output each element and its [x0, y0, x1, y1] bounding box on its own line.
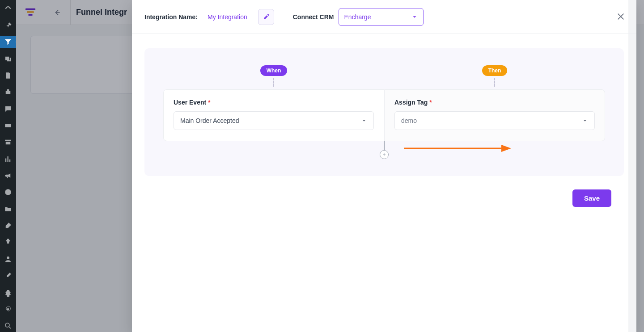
when-pill: When	[260, 65, 288, 76]
user-event-label: User Event *	[174, 99, 374, 106]
then-pill-holder: Then	[384, 65, 605, 87]
then-pill: Then	[482, 65, 508, 76]
menu-analytics-icon[interactable]	[0, 153, 16, 165]
flow-area: When Then User Event * Main Order Accept…	[132, 34, 636, 332]
when-pill-holder: When	[163, 65, 384, 87]
menu-robot-icon[interactable]	[0, 86, 16, 98]
integration-modal: Integration Name: My Integration Connect…	[132, 0, 636, 332]
menu-comments-icon[interactable]	[0, 103, 16, 115]
menu-plugins-icon[interactable]	[0, 236, 16, 248]
svg-point-2	[7, 308, 9, 311]
crm-select[interactable]: Encharge	[339, 8, 424, 26]
assign-tag-label-text: Assign Tag	[394, 99, 428, 106]
rule-connector	[163, 141, 605, 155]
menu-search-icon[interactable]	[0, 320, 16, 332]
menu-media-icon[interactable]	[0, 53, 16, 65]
rule-panels: User Event * Main Order Accepted Assign …	[163, 89, 605, 141]
menu-archive-icon[interactable]	[0, 136, 16, 148]
then-panel: Assign Tag * demo	[384, 89, 605, 141]
wp-admin-sidebar	[0, 0, 16, 332]
svg-rect-0	[5, 124, 11, 127]
chevron-down-icon	[582, 118, 588, 124]
add-rule-button[interactable]	[380, 150, 389, 159]
connect-crm-label: Connect CRM	[293, 13, 334, 21]
assign-tag-select[interactable]: demo	[394, 111, 595, 130]
integration-name-value: My Integration	[208, 13, 247, 21]
svg-point-1	[5, 189, 11, 196]
menu-cog-icon[interactable]	[0, 303, 16, 315]
assign-tag-value: demo	[401, 117, 417, 124]
when-connector-dash	[273, 78, 274, 87]
user-event-value: Main Order Accepted	[180, 117, 239, 124]
chevron-down-icon	[361, 118, 367, 124]
save-button[interactable]: Save	[572, 189, 611, 207]
flow-card: When Then User Event * Main Order Accept…	[144, 48, 624, 176]
pencil-icon	[263, 13, 270, 21]
menu-dashboard-icon[interactable]	[0, 3, 16, 15]
connector-line	[384, 141, 385, 151]
menu-funnel-icon[interactable]	[0, 36, 16, 48]
modal-header: Integration Name: My Integration Connect…	[132, 0, 636, 34]
integration-name-label: Integration Name:	[144, 13, 198, 21]
user-event-label-text: User Event	[174, 99, 206, 106]
menu-settings-icon[interactable]	[0, 286, 16, 298]
save-row: Save	[144, 176, 624, 207]
when-panel: User Event * Main Order Accepted	[163, 89, 384, 141]
menu-users-icon[interactable]	[0, 253, 16, 265]
assign-tag-label: Assign Tag *	[394, 99, 595, 106]
menu-pages-icon[interactable]	[0, 69, 16, 81]
edit-name-button[interactable]	[258, 9, 274, 25]
connect-crm-group: Connect CRM Encharge	[293, 8, 424, 26]
menu-pin-icon[interactable]	[0, 19, 16, 31]
then-connector-dash	[494, 78, 495, 87]
svg-point-3	[5, 323, 9, 327]
user-event-select[interactable]: Main Order Accepted	[174, 111, 374, 130]
menu-folder-icon[interactable]	[0, 203, 16, 215]
required-asterisk: *	[429, 99, 432, 106]
close-button[interactable]	[616, 12, 627, 22]
modal-scrollbar-track[interactable]	[628, 0, 636, 332]
plus-icon	[382, 152, 386, 157]
menu-brush-icon[interactable]	[0, 219, 16, 231]
menu-elementor-icon[interactable]	[0, 186, 16, 198]
required-asterisk: *	[208, 99, 210, 106]
menu-woo-icon[interactable]	[0, 119, 16, 131]
menu-megaphone-icon[interactable]	[0, 169, 16, 181]
close-icon	[616, 12, 626, 21]
crm-selected-value: Encharge	[344, 13, 371, 21]
pill-row: When Then	[163, 65, 605, 87]
chevron-down-icon	[411, 14, 418, 20]
menu-tools-icon[interactable]	[0, 270, 16, 282]
